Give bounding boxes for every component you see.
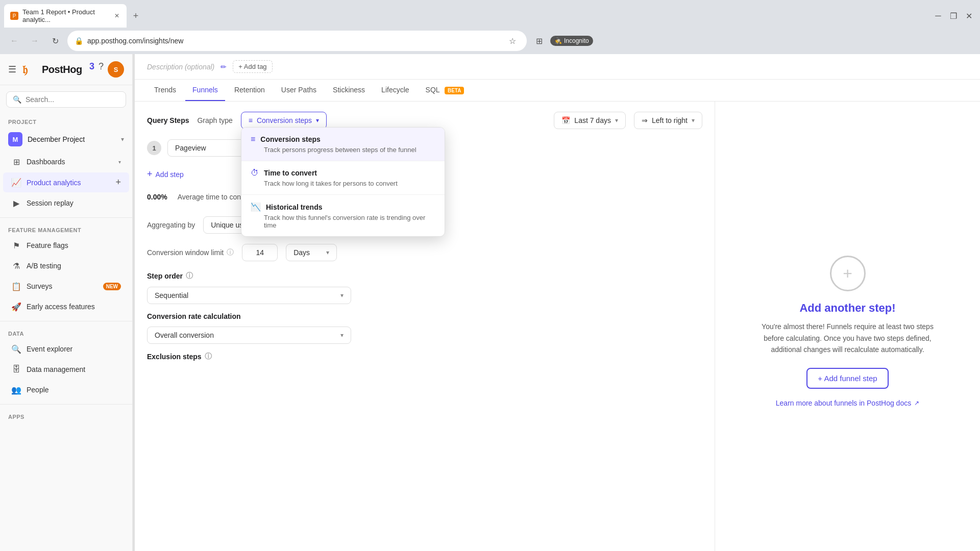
- extensions-button[interactable]: ⊞: [531, 33, 547, 49]
- direction-label: Left to right: [652, 116, 688, 124]
- sidebar: ☰ 𝔥 PostHog 3 ? S 🔍 PROJECT M December P…: [0, 54, 133, 551]
- time-to-convert-icon: ⏱: [251, 168, 259, 178]
- add-tag-button[interactable]: + Add tag: [233, 60, 272, 73]
- sidebar-item-label: Data management: [27, 365, 121, 373]
- calendar-icon: 📅: [561, 116, 570, 124]
- dropdown-item-desc: Track how this funnel's conversion rate …: [251, 214, 435, 229]
- sidebar-item-label: Dashboards: [27, 158, 113, 166]
- tab-stickiness[interactable]: Stickiness: [326, 80, 372, 101]
- tab-lifecycle[interactable]: Lifecycle: [374, 80, 416, 101]
- help-sidebar-button[interactable]: ?: [99, 61, 104, 78]
- product-analytics-icon: 📈: [11, 178, 21, 188]
- conversion-window-row: Conversion window limit ⓘ Days ▾: [147, 244, 702, 261]
- sidebar-item-event-explorer[interactable]: 🔍 Event explorer: [3, 339, 129, 359]
- overall-conversion-select[interactable]: Overall conversion ▾: [147, 327, 351, 344]
- tab-retention[interactable]: Retention: [227, 80, 272, 101]
- search-input[interactable]: [26, 95, 119, 104]
- insight-tabs: Trends Funnels Retention User Paths Stic…: [135, 80, 980, 102]
- sidebar-item-early-access[interactable]: 🚀 Early access features: [3, 297, 129, 316]
- right-panel-title: Add another step!: [799, 302, 895, 315]
- sidebar-item-feature-flags[interactable]: ⚑ Feature flags: [3, 236, 129, 255]
- close-window-button[interactable]: ✕: [962, 9, 976, 23]
- product-analytics-plus-icon[interactable]: +: [115, 177, 121, 188]
- apps-section-label: APPS: [0, 409, 132, 422]
- dropdown-item-title: Conversion steps: [260, 135, 320, 143]
- date-range-button[interactable]: 📅 Last 7 days ▾: [554, 112, 626, 129]
- step-order-label: Step order: [147, 272, 183, 280]
- project-name: December Project: [28, 135, 116, 143]
- refresh-nav-button[interactable]: ↻: [47, 33, 63, 49]
- edit-icon[interactable]: ✏: [220, 63, 227, 71]
- tab-favicon: P: [10, 12, 18, 20]
- project-icon: M: [8, 132, 22, 146]
- sidebar-item-label: People: [27, 386, 121, 394]
- add-funnel-step-button[interactable]: + Add funnel step: [806, 368, 888, 389]
- date-range-chevron-icon: ▾: [615, 117, 618, 124]
- sidebar-item-label: Session replay: [27, 199, 121, 207]
- exclusion-steps-label: Exclusion steps: [147, 353, 202, 361]
- sidebar-item-label: Product analytics: [27, 179, 110, 187]
- add-step-label: Add step: [156, 170, 184, 179]
- learn-more-link[interactable]: Learn more about funnels in PostHog docs…: [776, 399, 919, 407]
- conversion-steps-dropdown: ≡ Conversion steps Track persons progres…: [241, 127, 445, 237]
- conversion-steps-button[interactable]: ≡ Conversion steps ▾: [241, 112, 327, 129]
- conversion-window-label: Conversion window limit ⓘ: [147, 248, 234, 257]
- sidebar-item-data-management[interactable]: 🗄 Data management: [3, 360, 129, 379]
- address-field[interactable]: 🔒 app.posthog.com/insights/new ☆: [67, 31, 527, 51]
- project-section-label: PROJECT: [0, 114, 132, 127]
- dropdown-item-time-to-convert[interactable]: ⏱ Time to convert Track how long it take…: [241, 161, 445, 195]
- qs-circle-sidebar[interactable]: 3: [89, 61, 94, 78]
- sequential-select[interactable]: Sequential ▾: [147, 287, 351, 304]
- ab-testing-icon: ⚗: [11, 261, 21, 271]
- active-tab[interactable]: P Team 1 Report • Product analytic... ✕: [4, 4, 127, 28]
- main-content: Description (optional) ✏ + Add tag Trend…: [135, 54, 980, 551]
- sidebar-project[interactable]: M December Project ▾: [0, 127, 132, 152]
- conversion-rate-calc-section: Conversion rate calculation Overall conv…: [147, 312, 702, 344]
- conversion-window-input[interactable]: [242, 244, 278, 261]
- conversion-steps-icon: ≡: [249, 116, 253, 124]
- new-tab-button[interactable]: +: [129, 9, 143, 23]
- exclusion-steps-info-icon[interactable]: ⓘ: [205, 352, 212, 361]
- main-body: Query Steps Graph type ≡ Conversion step…: [135, 102, 980, 551]
- sidebar-item-ab-testing[interactable]: ⚗ A/B testing: [3, 256, 129, 276]
- tab-trends[interactable]: Trends: [147, 80, 183, 101]
- close-tab-button[interactable]: ✕: [113, 12, 120, 20]
- conversion-window-info-icon[interactable]: ⓘ: [227, 248, 234, 257]
- sidebar-item-people[interactable]: 👥 People: [3, 380, 129, 399]
- description-field[interactable]: Description (optional): [147, 63, 214, 71]
- feature-management-label: FEATURE MANAGEMENT: [0, 222, 132, 235]
- surveys-icon: 📋: [11, 281, 21, 291]
- sidebar-item-label: Feature flags: [27, 241, 121, 249]
- dropdown-item-historical-trends[interactable]: 📉 Historical trends Track how this funne…: [241, 195, 445, 236]
- bookmark-icon[interactable]: ☆: [505, 34, 520, 48]
- user-avatar[interactable]: S: [108, 61, 124, 78]
- days-select[interactable]: Days ▾: [286, 244, 337, 261]
- sidebar-item-surveys[interactable]: 📋 Surveys NEW: [3, 277, 129, 296]
- sidebar-item-session-replay[interactable]: ▶ Session replay: [3, 193, 129, 213]
- tab-sql[interactable]: SQL BETA: [419, 80, 472, 101]
- dropdown-item-conversion-steps[interactable]: ≡ Conversion steps Track persons progres…: [241, 128, 445, 161]
- event-explorer-icon: 🔍: [11, 344, 21, 354]
- tab-user-paths[interactable]: User Paths: [274, 80, 324, 101]
- beta-badge: BETA: [445, 87, 464, 94]
- graph-type-label: Graph type: [197, 116, 232, 124]
- data-section-label: DATA: [0, 325, 132, 339]
- step-order-info-icon[interactable]: ⓘ: [186, 271, 193, 281]
- svg-text:𝔥: 𝔥: [22, 63, 28, 76]
- right-panel-desc: You're almost there! Funnels require at …: [751, 321, 945, 355]
- direction-button[interactable]: ⇒ Left to right ▾: [634, 112, 702, 129]
- step-number-1: 1: [147, 141, 161, 155]
- back-button[interactable]: ←: [6, 33, 22, 49]
- hamburger-menu[interactable]: ☰: [8, 64, 16, 75]
- conversion-rate-value: 0.00%: [147, 193, 167, 201]
- maximize-button[interactable]: ❐: [946, 9, 961, 23]
- sidebar-item-product-analytics[interactable]: 📈 Product analytics +: [3, 172, 129, 192]
- tab-funnels[interactable]: Funnels: [185, 80, 225, 101]
- forward-button[interactable]: →: [27, 33, 43, 49]
- query-builder: Query Steps Graph type ≡ Conversion step…: [135, 102, 715, 551]
- lock-icon: 🔒: [75, 37, 83, 45]
- minimize-button[interactable]: ─: [931, 9, 945, 23]
- sidebar-item-dashboards[interactable]: ⊞ Dashboards ▾: [3, 152, 129, 171]
- project-chevron-icon: ▾: [121, 136, 124, 143]
- learn-more-label: Learn more about funnels in PostHog docs: [776, 399, 911, 407]
